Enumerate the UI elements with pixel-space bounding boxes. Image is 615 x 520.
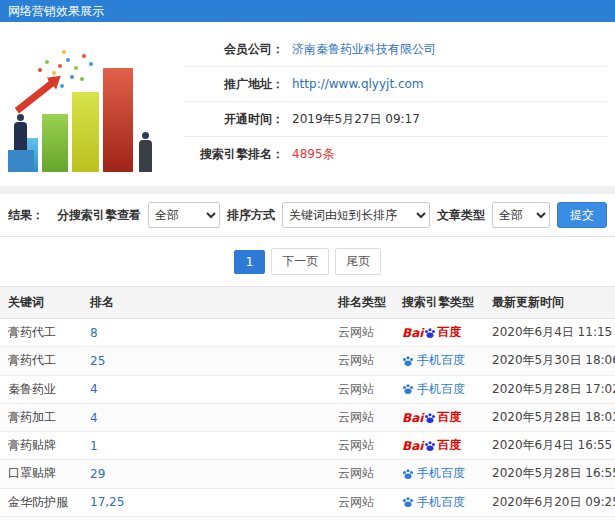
page-title: 网络营销效果展示 <box>8 4 104 18</box>
rank-link[interactable]: 25 <box>90 354 105 368</box>
rank-type-label: 云网站 <box>338 382 374 396</box>
results-label: 结果： <box>8 207 44 224</box>
info-value: 4895 <box>292 147 323 161</box>
info-value-link[interactable]: 济南秦鲁药业科技有限公司 <box>292 41 436 58</box>
rank-type-cell: 云网站 <box>330 432 394 460</box>
column-header: 最新更新时间 <box>484 287 615 319</box>
baidu-logo: Bai百度 <box>402 324 461 341</box>
rank-cell: 17,25 <box>82 488 330 517</box>
info-value-link[interactable]: http://www.qlyyjt.com <box>292 77 424 91</box>
rank-link[interactable]: 29 <box>90 467 105 481</box>
rank-cell: 25 <box>82 347 330 376</box>
info-label: 搜索引擎排名： <box>184 146 284 163</box>
rank-type-cell: 云网站 <box>330 460 394 489</box>
mobile-baidu: 手机百度 <box>402 494 465 511</box>
article-type-select[interactable]: 全部 <box>492 202 550 228</box>
table-row: 膏药代工8云网站Bai百度2020年6月4日 11:15 <box>0 319 615 347</box>
rank-type-label: 云网站 <box>338 353 374 367</box>
paw-icon <box>424 440 436 452</box>
rank-link[interactable]: 8 <box>90 326 98 340</box>
engine-cell: 手机百度 <box>394 347 484 376</box>
mobile-baidu: 手机百度 <box>402 381 465 398</box>
table-row: 秦鲁药业4云网站手机百度2020年5月28日 17:02 <box>0 375 615 404</box>
chart-platform <box>8 150 34 172</box>
table-row: 膏药代工25云网站手机百度2020年5月30日 18:06 <box>0 347 615 376</box>
last-page-button[interactable]: 尾页 <box>335 248 381 275</box>
rank-cell: 4 <box>82 404 330 432</box>
mobile-baidu-label: 手机百度 <box>417 465 465 482</box>
info-label: 推广地址： <box>184 76 284 93</box>
paw-icon <box>424 327 436 339</box>
page-number-current[interactable]: 1 <box>234 250 266 274</box>
keyword-cell: 膏药加工 <box>0 404 82 432</box>
column-header: 搜索引擎类型 <box>394 287 484 319</box>
baidu-logo-text: Bai <box>402 439 423 453</box>
keyword-cell: 金华防护服 <box>0 488 82 517</box>
info-row: 搜索引擎排名：4895条 <box>184 137 607 171</box>
rank-type-label: 云网站 <box>338 438 374 452</box>
chart-bar-red <box>103 68 133 172</box>
rank-type-label: 云网站 <box>338 495 374 509</box>
baidu-logo-text: Bai <box>402 326 423 340</box>
growth-arrow-icon <box>15 80 56 114</box>
keyword-cell: 膏药代工 <box>0 319 82 347</box>
engine-cell: 手机百度 <box>394 375 484 404</box>
sort-filter-label: 排序方式 <box>227 207 275 224</box>
paw-icon <box>424 412 436 424</box>
updated-cell: 2020年5月28日 17:02 <box>484 375 615 404</box>
table-row: 口罩贴牌29云网站手机百度2020年5月28日 16:55 <box>0 460 615 489</box>
updated-cell: 2020年6月4日 16:55 <box>484 432 615 460</box>
rank-link[interactable]: 4 <box>90 382 98 396</box>
rank-type-cell: 云网站 <box>330 347 394 376</box>
confetti-dots <box>58 64 62 68</box>
mobile-baidu: 手机百度 <box>402 465 465 482</box>
sort-select[interactable]: 关键词由短到长排序 <box>282 202 430 228</box>
paw-icon <box>402 496 414 508</box>
keyword-cell: 福建防护服 <box>0 517 82 520</box>
article-type-label: 文章类型 <box>437 207 485 224</box>
mobile-baidu-label: 手机百度 <box>417 381 465 398</box>
rank-type-cell: 云网站 <box>330 404 394 432</box>
chart-bar-lime <box>72 92 99 172</box>
info-label: 会员公司： <box>184 41 284 58</box>
paw-icon <box>402 355 414 367</box>
rank-cell: 8 <box>82 319 330 347</box>
next-page-button[interactable]: 下一页 <box>271 248 329 275</box>
mobile-baidu: 手机百度 <box>402 352 465 369</box>
rank-link[interactable]: 1 <box>90 439 98 453</box>
info-row: 开通时间：2019年5月27日 09:17 <box>184 102 607 137</box>
baidu-logo-cn: 百度 <box>437 409 461 426</box>
column-header: 排名 <box>82 287 330 319</box>
rank-cell: 1 <box>82 432 330 460</box>
updated-cell: 2020年6月4日 11:10 <box>484 517 615 520</box>
keyword-cell: 口罩贴牌 <box>0 460 82 489</box>
rank-type-label: 云网站 <box>338 410 374 424</box>
engine-cell: Bai百度 <box>394 432 484 460</box>
rank-table: 关键词排名排名类型搜索引擎类型最新更新时间 膏药代工8云网站Bai百度2020年… <box>0 286 615 520</box>
rank-type-label: 云网站 <box>338 325 374 339</box>
engine-filter-label: 分搜索引擎查看 <box>57 207 141 224</box>
company-info-section: 会员公司：济南秦鲁药业科技有限公司推广地址：http://www.qlyyjt.… <box>0 22 615 186</box>
submit-button[interactable]: 提交 <box>557 202 607 228</box>
rank-link[interactable]: 4 <box>90 411 98 425</box>
rank-link[interactable]: 17,25 <box>90 495 124 509</box>
rank-cell: 29 <box>82 460 330 489</box>
businessman-right <box>139 140 152 172</box>
info-row: 会员公司：济南秦鲁药业科技有限公司 <box>184 32 607 67</box>
baidu-logo: Bai百度 <box>402 437 461 454</box>
table-row: 膏药加工4云网站Bai百度2020年5月28日 18:03 <box>0 404 615 432</box>
table-row: 金华防护服17,25云网站手机百度2020年6月20日 09:25 <box>0 488 615 517</box>
paw-icon <box>402 468 414 480</box>
info-value-suffix: 条 <box>323 146 335 163</box>
baidu-logo-cn: 百度 <box>437 324 461 341</box>
filter-controls: 分搜索引擎查看 全部 排序方式 关键词由短到长排序 文章类型 全部 提交 <box>57 202 607 228</box>
rank-type-cell: 云网站 <box>330 488 394 517</box>
title-bar: 网络营销效果展示 <box>0 0 615 22</box>
engine-cell: Bai百度 <box>394 319 484 347</box>
mobile-baidu-label: 手机百度 <box>417 352 465 369</box>
company-info-rows: 会员公司：济南秦鲁药业科技有限公司推广地址：http://www.qlyyjt.… <box>174 28 607 178</box>
baidu-logo-text: Bai <box>402 411 423 425</box>
updated-cell: 2020年6月4日 11:15 <box>484 319 615 347</box>
chart-bar-green <box>42 114 68 172</box>
engine-select[interactable]: 全部 <box>148 202 220 228</box>
